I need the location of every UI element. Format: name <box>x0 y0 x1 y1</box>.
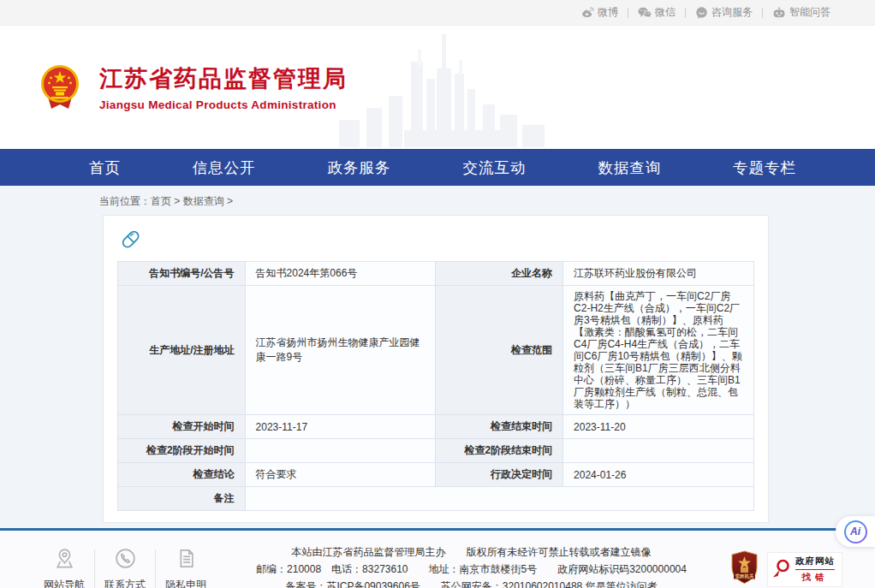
location-pin-icon <box>53 558 76 573</box>
breadcrumb-separator: > <box>174 195 180 207</box>
site-subtitle: Jiangsu Medical Products Administration <box>99 98 348 111</box>
field-label: 检查开始时间 <box>118 415 246 439</box>
breadcrumb: 当前位置：首页 > 数据查询 > <box>99 194 875 209</box>
nav-item-data-query[interactable]: 数据查询 <box>598 157 661 178</box>
field-value <box>245 487 753 511</box>
magnifier-icon <box>771 558 792 580</box>
field-label: 检查2阶段结束时间 <box>436 439 563 463</box>
field-label: 检查结束时间 <box>436 415 563 439</box>
footer-link-label: 联系方式 <box>98 578 152 588</box>
ai-icon: Ai <box>844 520 867 543</box>
field-label: 企业名称 <box>436 262 563 286</box>
find-error-label-top: 政府网站 <box>795 555 835 570</box>
field-label: 备注 <box>118 487 246 511</box>
topbar-link-smart-qa[interactable]: 智能问答 <box>772 5 830 20</box>
topbar-link-label: 智能问答 <box>789 5 830 20</box>
topbar-link-wechat[interactable]: 微信 <box>638 5 676 20</box>
nav-item-gov-services[interactable]: 政务服务 <box>328 157 391 178</box>
phone-icon <box>114 558 137 573</box>
field-value: 原料药【曲克芦丁，一车间C2厂房C2-H2生产线（合成），一车间C2厂房3号精烘… <box>563 286 754 415</box>
field-value: 江苏联环药业股份有限公司 <box>563 262 754 286</box>
document-icon <box>175 558 198 573</box>
field-label: 检查范围 <box>436 286 563 415</box>
nav-item-info-disclosure[interactable]: 信息公开 <box>193 157 256 178</box>
footer-link-site-nav[interactable]: 网站导航 <box>38 547 91 588</box>
field-label: 检查结论 <box>118 463 246 487</box>
content-panel: 告知书编号/公告号告知书2024年第066号企业名称江苏联环药业股份有限公司生产… <box>103 215 769 523</box>
field-label: 检查2阶段开始时间 <box>118 439 246 463</box>
city-skyline-watermark <box>332 29 555 147</box>
footer-divider <box>155 549 156 588</box>
field-value: 符合要求 <box>245 463 436 487</box>
footer-link-contact[interactable]: 联系方式 <box>98 547 152 588</box>
field-value: 2024-01-26 <box>563 463 754 487</box>
footer-link-label: 隐私申明 <box>159 578 212 588</box>
field-value <box>245 439 436 463</box>
footer-link-privacy[interactable]: 隐私申明 <box>159 547 212 588</box>
field-label: 行政决定时间 <box>436 463 563 487</box>
nav-item-special-topics[interactable]: 专题专栏 <box>733 157 796 178</box>
site-header: 江苏省药品监督管理局 Jiangsu Medical Products Admi… <box>0 26 875 149</box>
footer-line: 邮编：210008 电话：83273610 地址：南京市鼓楼街5号 政府网站标识… <box>221 561 722 578</box>
content-area: 当前位置：首页 > 数据查询 > 告知书编号/公告号告知书2024年第066号企… <box>0 186 875 528</box>
wechat-icon <box>638 7 652 18</box>
topbar-link-label: 微信 <box>655 5 676 20</box>
field-label: 生产地址/注册地址 <box>118 286 246 415</box>
ai-assistant-button[interactable]: Ai <box>836 516 875 547</box>
field-value: 江苏省扬州市扬州生物健康产业园健康一路9号 <box>245 286 436 415</box>
field-value: 告知书2024年第066号 <box>245 262 436 286</box>
footer: 网站导航联系方式隐私申明 本站由江苏省药品监督管理局主办 版权所有未经许可禁止转… <box>0 528 875 588</box>
breadcrumb-link[interactable]: 首页 <box>151 195 171 207</box>
main-nav: 首页信息公开政务服务交流互动数据查询专题专栏 <box>0 149 875 186</box>
gov-agency-shield-badge[interactable]: 党政机关 <box>730 550 759 588</box>
svg-text:党政机关: 党政机关 <box>735 573 755 579</box>
site-title: 江苏省药品监督管理局 <box>99 63 348 94</box>
nav-item-home[interactable]: 首页 <box>89 157 121 178</box>
national-emblem-icon <box>39 64 80 110</box>
breadcrumb-link[interactable]: 数据查询 <box>183 195 224 207</box>
field-value <box>563 439 754 463</box>
breadcrumb-separator: > <box>227 195 233 207</box>
field-label: 告知书编号/公告号 <box>118 262 246 286</box>
nav-item-interaction[interactable]: 交流互动 <box>462 157 526 178</box>
field-value: 2023-11-17 <box>245 415 436 439</box>
topbar-link-label: 微博 <box>598 5 618 20</box>
field-value: 2023-11-20 <box>563 415 754 439</box>
weibo-icon <box>581 7 594 18</box>
inspection-detail-table: 告知书编号/公告号告知书2024年第066号企业名称江苏联环药业股份有限公司生产… <box>117 261 754 511</box>
topbar-divider <box>685 8 686 18</box>
breadcrumb-prefix: 当前位置： <box>99 195 151 207</box>
pill-icon <box>119 228 142 251</box>
gov-site-find-error-badge[interactable]: 政府网站 找错 <box>767 552 842 587</box>
topbar-divider <box>762 8 763 18</box>
footer-link-label: 网站导航 <box>38 578 91 588</box>
topbar-link-consult-service[interactable]: 咨询服务 <box>695 5 753 20</box>
site-logo[interactable]: 江苏省药品监督管理局 Jiangsu Medical Products Admi… <box>39 63 348 111</box>
robot-icon <box>772 7 786 19</box>
footer-line: 备案号：苏ICP备09039606号 苏公网安备：32010602010488 … <box>221 578 722 588</box>
topbar-divider <box>628 8 628 18</box>
footer-divider <box>94 549 95 588</box>
footer-copyright: 本站由江苏省药品监督管理局主办 版权所有未经许可禁止转载或者建立镜像邮编：210… <box>212 543 730 588</box>
chat-icon <box>695 7 708 19</box>
topbar: 微博微信咨询服务智能问答 <box>0 0 875 26</box>
topbar-link-weibo[interactable]: 微博 <box>581 5 618 20</box>
topbar-link-label: 咨询服务 <box>711 5 753 20</box>
footer-line: 本站由江苏省药品监督管理局主办 版权所有未经许可禁止转载或者建立镜像 <box>221 543 722 561</box>
find-error-label-bottom: 找错 <box>795 572 835 584</box>
